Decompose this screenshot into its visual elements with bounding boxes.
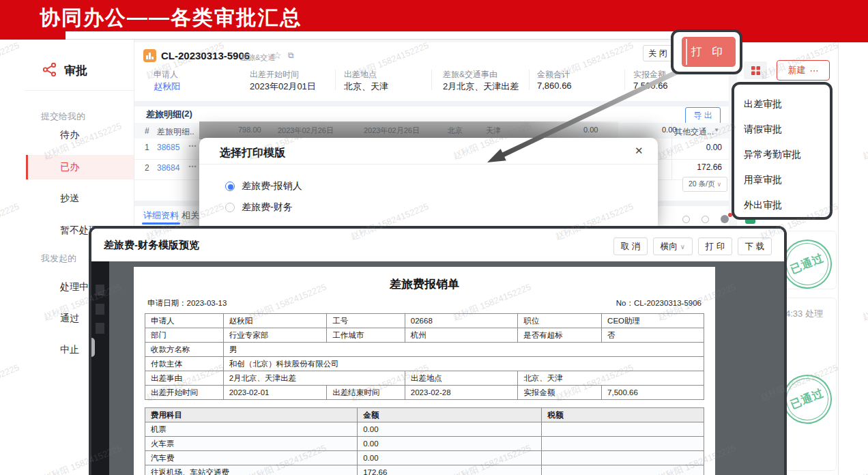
field-divider — [624, 70, 625, 90]
applicant-link[interactable]: 赵秋阳 — [154, 81, 180, 93]
close-button[interactable]: 关 闭 — [643, 45, 673, 61]
row-amount: 172.66 — [669, 162, 722, 172]
cell: 7,500.66 — [602, 386, 704, 400]
modal-print-button[interactable]: 打 印 — [698, 238, 732, 255]
row-id-link[interactable]: 38685 — [157, 143, 179, 152]
row-more-icon[interactable]: ⋯ — [188, 162, 197, 171]
cell: 北京、天津 — [518, 371, 704, 386]
cell: CEO助理 — [602, 314, 704, 328]
cell: 0.00 — [358, 451, 542, 465]
cell: 往返机场、车站交通费 — [145, 465, 358, 475]
cell: 实报金额 — [518, 386, 602, 400]
pdf-thumb[interactable] — [96, 323, 104, 334]
cell: 收款方名称 — [145, 343, 224, 357]
row-id-link[interactable]: 38684 — [157, 163, 179, 173]
cell: 2023-02-01 — [223, 386, 327, 400]
cell: 和创（北京）科技股份有限公司 — [223, 357, 704, 371]
cell: 0.00 — [358, 422, 542, 437]
sidebar-app-title: 审批 — [64, 63, 87, 78]
menu-item-leave[interactable]: 请假审批 — [744, 117, 830, 142]
info-row: 收款方名称男 — [145, 343, 704, 357]
sidebar-item-passed[interactable]: 通过 — [60, 313, 79, 325]
cancel-button[interactable]: 取 消 — [613, 238, 648, 255]
panel-drag-handle[interactable] — [89, 338, 95, 357]
menu-item-seal[interactable]: 用章审批 — [744, 167, 830, 192]
sidebar-active-bar — [26, 155, 28, 179]
dim-cell: 0.00 — [662, 126, 676, 134]
field-value: 2月北京、天津出差 — [443, 81, 519, 93]
menu-item-outing[interactable]: 外出审批 — [744, 192, 830, 218]
cell: 行业专家部 — [223, 328, 327, 343]
sidebar-section-initiated: 我发起的 — [41, 253, 76, 265]
export-button[interactable]: 导 出 — [685, 107, 721, 124]
row-more-icon[interactable]: ⋯ — [188, 141, 197, 151]
document-title: 差旅费报销单 — [134, 276, 715, 292]
dialog-divider — [199, 164, 658, 164]
column-other-transport: 其他交通... — [674, 126, 714, 138]
grid-icon — [751, 66, 760, 75]
orientation-select[interactable]: 横向 ∨ — [653, 238, 693, 255]
download-button[interactable]: 下 载 — [738, 238, 772, 255]
cell: 部门 — [145, 328, 224, 343]
slide-title: 协同办公——各类审批汇总 — [40, 4, 302, 32]
menu-item-business-trip[interactable]: 出差审批 — [744, 91, 830, 117]
cell — [542, 422, 704, 437]
radio-label[interactable]: 差旅费-财务 — [242, 201, 293, 214]
approval-app-icon — [42, 62, 57, 77]
cell: 02668 — [405, 314, 517, 328]
sidebar-active-highlight — [26, 155, 134, 179]
detail-header-card: CL-20230313-5906 差旅&交通 ☆ ⧉ 申请人 赵秋阳 出差开始时… — [134, 42, 729, 101]
tab-detail-info[interactable]: 详细资料 — [143, 210, 179, 222]
cell: 赵秋阳 — [223, 314, 327, 328]
pdf-thumb[interactable] — [96, 285, 104, 296]
expense-row: 往返机场、车站交通费 172.66 — [145, 465, 704, 475]
page-right-border — [838, 40, 839, 475]
radio-reporter-template[interactable] — [225, 182, 235, 191]
menu-item-attendance[interactable]: 异常考勤审批 — [744, 142, 830, 167]
field-divider — [431, 70, 432, 90]
cell: 出差开始时间 — [145, 386, 224, 400]
star-icon[interactable]: ☆ — [273, 50, 282, 61]
app-grid-button[interactable] — [744, 61, 767, 79]
external-link-icon[interactable]: ⧉ — [288, 51, 294, 60]
expense-row: 火车票 0.00 — [145, 437, 704, 451]
sidebar-item-done[interactable]: 已办 — [60, 161, 79, 173]
cell: 机票 — [145, 422, 358, 437]
cell: 出差地点 — [405, 371, 517, 386]
watermark-text: 赵秋阳 15824152225 — [0, 40, 21, 82]
print-button[interactable]: 打 印 — [682, 37, 736, 67]
sidebar-item-processing[interactable]: 处理中 — [60, 281, 89, 293]
watermark-text: 赵秋阳 15824152225 — [0, 201, 21, 243]
new-button-label: 新建 — [788, 64, 806, 76]
filter-icon[interactable]: ▼ — [714, 127, 719, 133]
dialog-shadow-band — [199, 121, 618, 139]
cell: 火车票 — [145, 437, 358, 451]
cell: 0.00 — [358, 437, 542, 451]
page-size-value: 20 条/页 — [689, 179, 715, 189]
expense-row: 汽车费 0.00 — [145, 451, 704, 465]
sidebar-item-terminated[interactable]: 中止 — [60, 344, 79, 356]
cell: 2月北京、天津出差 — [223, 371, 405, 386]
watermark-text: 赵秋阳 15824152225 — [860, 442, 868, 475]
tab-underline — [142, 222, 180, 225]
pdf-thumbnail-strip — [91, 261, 109, 475]
cell — [542, 451, 704, 465]
search-icon[interactable] — [682, 216, 690, 223]
section-gap — [134, 101, 729, 106]
cell: 是否有超标 — [518, 328, 602, 343]
document-tag: 差旅&交通 — [240, 53, 275, 63]
new-approval-button[interactable]: 新建 ⋯ — [777, 60, 830, 81]
expense-header-row: 费用科目 金额 税额 — [145, 408, 704, 422]
message-icon[interactable] — [701, 216, 709, 223]
sidebar-item-cc[interactable]: 抄送 — [60, 192, 79, 205]
radio-finance-template[interactable] — [225, 203, 235, 212]
radio-label[interactable]: 差旅费-报销人 — [242, 180, 302, 192]
page-size-select[interactable]: 20 条/页 ∨ — [682, 177, 727, 192]
sidebar-item-todo[interactable]: 待办 — [60, 129, 79, 141]
cell: 出差结束时间 — [327, 386, 405, 400]
watermark-text: 赵秋阳 15824152225 — [0, 362, 21, 404]
avatar[interactable] — [721, 215, 729, 223]
cell: 付款主体 — [145, 357, 224, 371]
close-icon[interactable]: ✕ — [635, 145, 643, 157]
pdf-thumb[interactable] — [96, 304, 104, 315]
